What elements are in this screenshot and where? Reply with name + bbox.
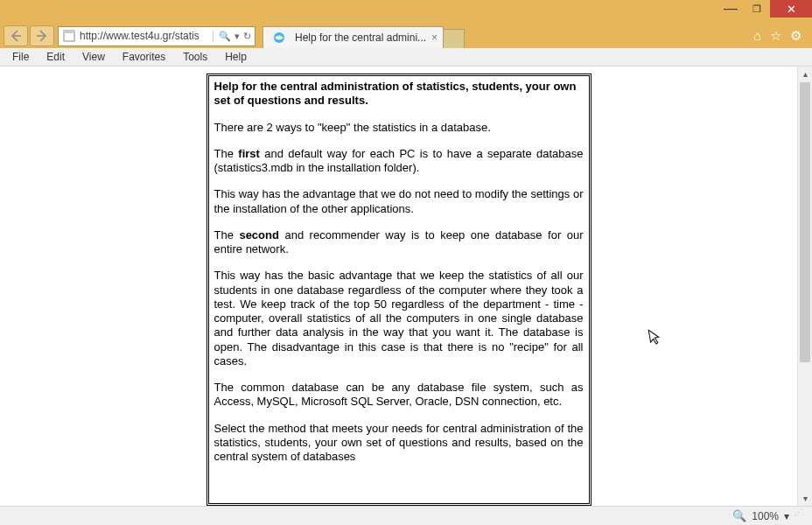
home-icon[interactable]: ⌂ <box>753 28 761 44</box>
menu-help[interactable]: Help <box>216 49 256 65</box>
status-bar: 🔍 100% ▾ ⋰ <box>0 506 812 525</box>
zoom-level: 100% <box>752 510 779 522</box>
scroll-thumb[interactable] <box>800 82 810 362</box>
paragraph: The first and default way for each PC is… <box>214 147 584 176</box>
svg-rect-1 <box>64 31 74 33</box>
page-icon <box>61 28 77 44</box>
menu-tools[interactable]: Tools <box>174 49 216 65</box>
search-icon[interactable]: 🔍 <box>213 31 231 42</box>
window-minimize-button[interactable]: — <box>718 0 744 18</box>
paragraph: This way has the advantage that we do no… <box>214 187 584 216</box>
menu-edit[interactable]: Edit <box>38 49 74 65</box>
zoom-icon[interactable]: 🔍 <box>732 509 746 522</box>
paragraph: Select the method that meets your needs … <box>214 422 584 465</box>
browser-toolbar: 🔍 ▾ ↻ Help for the central admini... × ⌂… <box>0 24 812 48</box>
new-tab-button[interactable] <box>444 29 465 48</box>
help-article: Help for the central administration of s… <box>206 74 592 506</box>
url-dropdown-icon[interactable]: ▾ <box>234 31 240 42</box>
tab-strip: Help for the central admini... × <box>262 24 465 48</box>
scroll-up-icon[interactable]: ▴ <box>798 66 812 81</box>
content-viewport: Help for the central administration of s… <box>0 66 812 506</box>
menu-favorites[interactable]: Favorites <box>114 49 174 65</box>
menu-file[interactable]: File <box>4 49 38 65</box>
menu-view[interactable]: View <box>74 49 114 65</box>
window-maximize-button[interactable]: ❐ <box>744 0 770 18</box>
back-button[interactable] <box>4 25 28 46</box>
resize-grip[interactable]: ⋰ <box>794 511 805 522</box>
menu-bar: File Edit View Favorites Tools Help <box>0 48 812 66</box>
arrow-right-icon <box>35 29 49 43</box>
toolbar-right-icons: ⌂ ☆ ⚙ <box>753 28 808 44</box>
content-area: Help for the central administration of s… <box>0 66 797 506</box>
settings-icon[interactable]: ⚙ <box>790 28 802 44</box>
address-bar[interactable]: 🔍 ▾ ↻ <box>58 26 256 46</box>
url-input[interactable] <box>80 30 209 42</box>
zoom-dropdown-icon[interactable]: ▾ <box>784 510 789 522</box>
forward-button[interactable] <box>30 25 54 46</box>
scroll-down-icon[interactable]: ▾ <box>798 491 812 506</box>
window-titlebar: — ❐ ✕ <box>0 0 812 24</box>
paragraph: The second and recommender way is to kee… <box>214 228 584 257</box>
article-heading: Help for the central administration of s… <box>214 80 584 108</box>
refresh-icon[interactable]: ↻ <box>243 31 251 42</box>
arrow-left-icon <box>9 29 23 43</box>
ie-icon <box>271 30 287 46</box>
url-controls: 🔍 ▾ ↻ <box>209 31 255 42</box>
vertical-scrollbar[interactable]: ▴ ▾ <box>797 66 812 506</box>
favorites-icon[interactable]: ☆ <box>770 28 781 44</box>
tab-close-button[interactable]: × <box>431 32 438 44</box>
window-close-button[interactable]: ✕ <box>770 0 812 18</box>
paragraph: There are 2 ways to "keep" the statistic… <box>214 121 584 135</box>
paragraph: This way has the basic advantage that we… <box>214 269 584 368</box>
tab-active[interactable]: Help for the central admini... × <box>262 26 444 48</box>
tab-title: Help for the central admini... <box>295 32 426 44</box>
paragraph: The common database can be any database … <box>214 381 584 410</box>
